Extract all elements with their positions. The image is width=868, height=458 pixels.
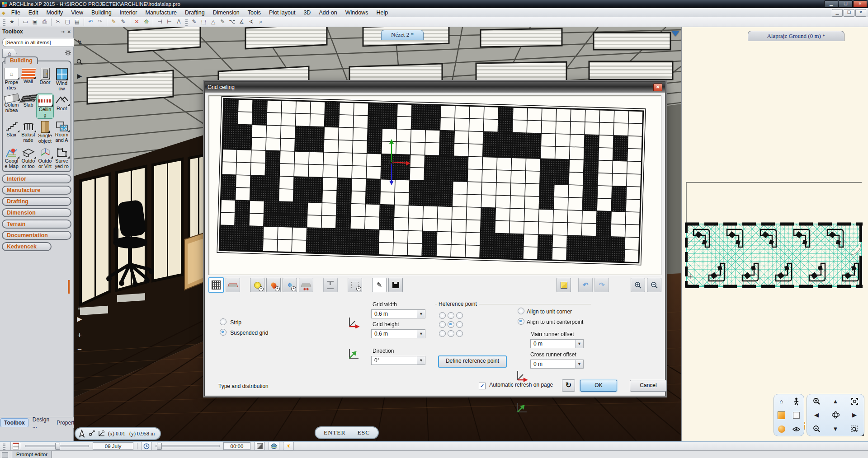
date-slider[interactable] [25, 445, 89, 447]
menu-item[interactable]: Dimension [209, 9, 244, 17]
accordion-section[interactable]: Manufacture [2, 186, 71, 195]
maximize-button[interactable]: ❏ [839, 0, 853, 8]
pan-up-button[interactable]: ▲ [826, 394, 845, 408]
pan-left-button[interactable]: ◀ [807, 408, 826, 422]
gear-icon[interactable] [65, 50, 71, 57]
zoom-window-button[interactable] [845, 422, 864, 436]
expand-toolbar-icon[interactable]: ▶ [75, 72, 85, 79]
cancel-button[interactable]: Cancel [630, 380, 667, 392]
measure-icon[interactable]: ∡ [237, 18, 246, 26]
pan-right-button[interactable]: ▶ [845, 408, 864, 422]
minimize-button[interactable]: ▁ [824, 0, 838, 8]
tool-room-area[interactable]: Room and A [53, 120, 70, 145]
wireframe-view-button[interactable] [789, 409, 804, 423]
align-left-icon[interactable]: ⊣ [156, 18, 164, 26]
refresh-button[interactable]: ↻ [562, 379, 575, 392]
calendar-button[interactable] [10, 442, 21, 450]
menu-item[interactable]: View [67, 9, 87, 17]
checkbox-icon[interactable]: ✓ [479, 383, 486, 389]
ref-ne[interactable] [456, 312, 463, 319]
ceiling-shape-button[interactable] [226, 278, 240, 292]
globe-button[interactable] [269, 442, 279, 450]
accordion-section[interactable]: Dimension [2, 208, 71, 217]
walk-house-button[interactable]: ⌂ [774, 394, 789, 409]
menu-item[interactable]: Manufacture [142, 9, 181, 17]
shadow-button[interactable] [254, 442, 265, 450]
new-project-icon[interactable]: ★ [8, 18, 16, 26]
grid-mode-button[interactable] [208, 277, 224, 293]
tool-wall[interactable]: Wall [20, 67, 37, 92]
save-icon[interactable]: ▣ [31, 18, 39, 26]
grid-height-dropdown[interactable]: 0.6 m▼ [371, 329, 425, 338]
paste-icon[interactable]: ▤ [73, 18, 81, 26]
edit-box-icon[interactable]: ⬚ [199, 18, 208, 26]
tool-surveyed-room[interactable]: Surve yed ro [53, 146, 70, 170]
print-icon[interactable]: ⎙ [40, 18, 49, 26]
suspended-radio-circle[interactable] [220, 329, 226, 336]
time-slider-thumb[interactable] [157, 443, 162, 450]
tool-stair[interactable]: Stair [3, 120, 20, 145]
edit-profile-icon[interactable]: ✎ [190, 18, 198, 26]
text-style-icon[interactable]: A [175, 18, 183, 26]
esc-button[interactable]: ESC [358, 429, 370, 436]
edit-node-icon[interactable]: △ [209, 18, 217, 26]
prompt-editor-tab[interactable]: Prompt editor [12, 451, 52, 458]
menu-item[interactable]: Interior [116, 9, 142, 17]
main-runner-dropdown[interactable]: 0 m▼ [530, 339, 584, 348]
ref-nw[interactable] [439, 312, 446, 319]
cross-runner-dropdown[interactable]: 0 m▼ [530, 360, 584, 369]
orbit-button[interactable] [826, 408, 845, 422]
add-lamp-button[interactable]: + [250, 278, 264, 292]
tool-slab[interactable]: Slab [20, 94, 37, 118]
sun-button[interactable]: ☀ [283, 442, 294, 450]
ceiling-preview[interactable] [208, 95, 661, 275]
zoom-out-strip-icon[interactable]: − [75, 345, 85, 354]
prompt-grip-icon[interactable] [2, 452, 8, 458]
tool-window[interactable]: Wind ow [53, 67, 70, 92]
view-3d-button[interactable] [557, 278, 571, 292]
view-menu-arrow-icon[interactable] [671, 31, 679, 36]
view-tab[interactable]: Nézet 2 * [381, 30, 424, 40]
tool-google-map[interactable]: Googl e Map [3, 146, 20, 170]
mdi-close-button[interactable]: ✕ [855, 9, 866, 17]
add-cooling-button[interactable]: ❄+ [283, 278, 297, 292]
pan-down-button[interactable]: ▼ [826, 422, 845, 436]
tool-single-object[interactable]: Single object [37, 120, 53, 145]
play-icon[interactable]: ▶ [75, 315, 85, 322]
floorplan-tab[interactable]: Alaprajz Ground (0 m) * [748, 31, 844, 41]
direction-dropdown[interactable]: 0°▼ [371, 356, 425, 365]
toolbar-grip2[interactable] [185, 19, 188, 26]
walk-person-button[interactable] [789, 394, 804, 409]
ref-n[interactable] [448, 312, 454, 319]
zoom-in-strip-icon[interactable]: + [75, 331, 85, 340]
zoom-out-button[interactable] [647, 278, 661, 292]
accordion-section[interactable]: Drafting [2, 197, 71, 206]
tool-door[interactable]: Door [37, 67, 53, 92]
perspective-eye-button[interactable] [789, 422, 804, 436]
save-grid-button[interactable] [388, 278, 403, 292]
ref-e[interactable] [456, 321, 463, 328]
distribute-button[interactable]: ◆◆ [299, 278, 313, 292]
tool-outdoor[interactable]: Outdo or too [20, 146, 37, 170]
zoom-tool-icon[interactable] [75, 59, 85, 66]
zoom-out-nav-button[interactable] [807, 422, 826, 436]
redo-button[interactable]: ↷ [594, 278, 609, 292]
add-heating-button[interactable]: + [266, 278, 281, 292]
shaded-view-button[interactable] [774, 409, 789, 423]
building-section-tab[interactable]: Building [5, 56, 38, 64]
undo-icon[interactable]: ↶ [86, 18, 95, 26]
accordion-section[interactable]: Documentation [2, 231, 71, 240]
strip-radio-circle[interactable] [220, 318, 226, 325]
timebar-grip[interactable] [3, 443, 5, 450]
accordion-section[interactable]: Interior [2, 174, 71, 183]
time-slider[interactable] [156, 445, 220, 447]
menu-item[interactable]: Edit [24, 9, 42, 17]
search-input[interactable] [2, 38, 78, 47]
ref-w[interactable] [439, 321, 446, 328]
tool-ceiling[interactable]: Ceilin g [37, 94, 53, 118]
close-button[interactable]: ✕ [853, 0, 867, 8]
toolbar-grip[interactable] [3, 19, 5, 26]
add-region-button[interactable]: + [348, 278, 362, 292]
menu-item[interactable]: Add-on [315, 9, 341, 17]
cut-icon[interactable]: ✂ [54, 18, 62, 26]
